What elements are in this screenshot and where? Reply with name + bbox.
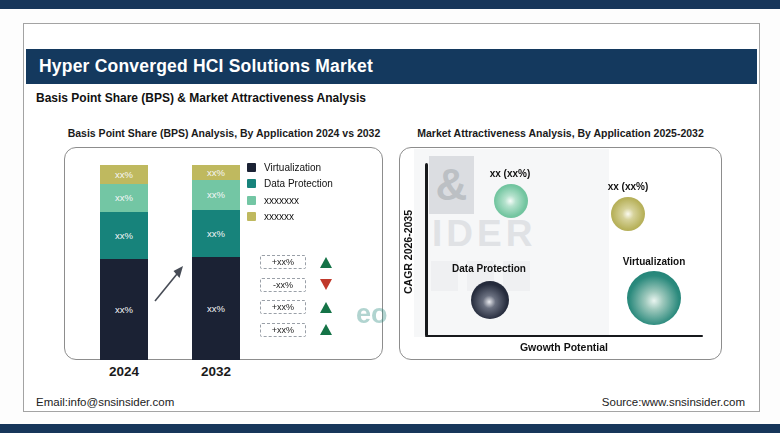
legend-swatch-olive bbox=[247, 212, 256, 221]
segment-value: xx% bbox=[207, 228, 225, 239]
change-badge-row: -xx% bbox=[260, 278, 332, 292]
segment-value: xx% bbox=[207, 189, 225, 200]
x-axis-line bbox=[425, 335, 703, 338]
stacked-bar-2032: xx% xx% xx% xx% bbox=[192, 165, 240, 360]
y-axis-line bbox=[425, 163, 428, 336]
legend-item-placeholder-1: xxxxxxx bbox=[247, 195, 333, 205]
bar-segment: xx% bbox=[100, 165, 148, 184]
page-title: Hyper Converged HCI Solutions Market bbox=[39, 56, 373, 77]
report-card: Hyper Converged HCI Solutions Market Bas… bbox=[23, 23, 760, 412]
bubble-virtualization bbox=[627, 271, 681, 325]
x-tick-2024: 2024 bbox=[94, 364, 154, 379]
top-accent-bar bbox=[0, 0, 780, 9]
growth-arrow-icon bbox=[152, 259, 188, 305]
x-axis-label: Gwowth Potential bbox=[459, 341, 669, 353]
page-subtitle: Basis Point Share (BPS) & Market Attract… bbox=[36, 91, 366, 105]
bar-segment: xx% bbox=[192, 257, 240, 360]
segment-value: xx% bbox=[115, 304, 133, 315]
y-axis-label: CAGR 2026-2035 bbox=[402, 177, 418, 327]
change-badge-value: +xx% bbox=[260, 323, 306, 337]
footer-source: Source:www.snsinsider.com bbox=[602, 396, 745, 408]
change-badge-row: +xx% bbox=[260, 323, 332, 337]
trend-up-icon bbox=[320, 324, 332, 335]
bubble-label-data-protection: Data Protection bbox=[434, 263, 544, 274]
segment-value: xx% bbox=[207, 303, 225, 314]
bubble-label-seafoam: xx (xx%) bbox=[455, 168, 565, 179]
change-badge-value: -xx% bbox=[260, 278, 306, 292]
segment-value: xx% bbox=[115, 192, 133, 203]
bubble-olive bbox=[611, 197, 645, 231]
segment-value: xx% bbox=[115, 230, 133, 241]
change-badge-row: +xx% bbox=[260, 300, 332, 314]
trend-down-icon bbox=[320, 279, 332, 290]
bottom-accent-bar bbox=[0, 424, 780, 433]
attractiveness-chart: CAGR 2026-2035 Gwowth Potential xx (xx%)… bbox=[399, 147, 722, 360]
bps-chart: xx% xx% xx% xx% xx% xx% xx% xx% Virtuali… bbox=[64, 147, 383, 360]
bps-legend: Virtualization Data Protection xxxxxxx x… bbox=[247, 162, 333, 228]
bar-segment: xx% bbox=[192, 165, 240, 180]
trend-up-icon bbox=[320, 302, 332, 313]
trend-up-icon bbox=[320, 257, 332, 268]
change-badge-value: +xx% bbox=[260, 300, 306, 314]
bps-change-badges: +xx% -xx% +xx% +xx% bbox=[260, 255, 332, 345]
legend-swatch-teal bbox=[247, 179, 256, 188]
legend-label: Data Protection bbox=[264, 178, 333, 189]
bubble-label-virtualization: Virtualization bbox=[599, 256, 709, 267]
legend-item-placeholder-2: xxxxxx bbox=[247, 212, 333, 222]
bps-chart-title: Basis Point Share (BPS) Analysis, By App… bbox=[64, 127, 384, 139]
footer-email: Email:info@snsinsider.com bbox=[36, 396, 174, 408]
bubble-label-olive: xx (xx%) bbox=[573, 181, 683, 192]
title-banner: Hyper Converged HCI Solutions Market bbox=[26, 49, 757, 84]
legend-label: xxxxxx bbox=[264, 211, 294, 222]
bar-segment: xx% bbox=[100, 212, 148, 259]
legend-label: Virtualization bbox=[264, 162, 321, 173]
legend-item-virtualization: Virtualization bbox=[247, 162, 333, 172]
change-badge-row: +xx% bbox=[260, 255, 332, 269]
legend-swatch-seafoam bbox=[247, 196, 256, 205]
legend-swatch-navy bbox=[247, 163, 256, 172]
x-tick-2032: 2032 bbox=[186, 364, 246, 379]
legend-label: xxxxxxx bbox=[264, 195, 299, 206]
bar-segment: xx% bbox=[192, 180, 240, 210]
infographic-root: Hyper Converged HCI Solutions Market Bas… bbox=[0, 0, 780, 433]
segment-value: xx% bbox=[115, 169, 133, 180]
bar-segment: xx% bbox=[192, 210, 240, 257]
attractiveness-chart-title: Market Attractiveness Analysis, By Appli… bbox=[399, 127, 722, 139]
legend-item-data-protection: Data Protection bbox=[247, 179, 333, 189]
segment-value: xx% bbox=[207, 167, 225, 178]
stacked-bar-2024: xx% xx% xx% xx% bbox=[100, 165, 148, 360]
bubble-data-protection bbox=[471, 281, 509, 319]
bubble-seafoam bbox=[494, 184, 528, 218]
bar-segment: xx% bbox=[100, 259, 148, 360]
bar-segment: xx% bbox=[100, 184, 148, 212]
change-badge-value: +xx% bbox=[260, 255, 306, 269]
